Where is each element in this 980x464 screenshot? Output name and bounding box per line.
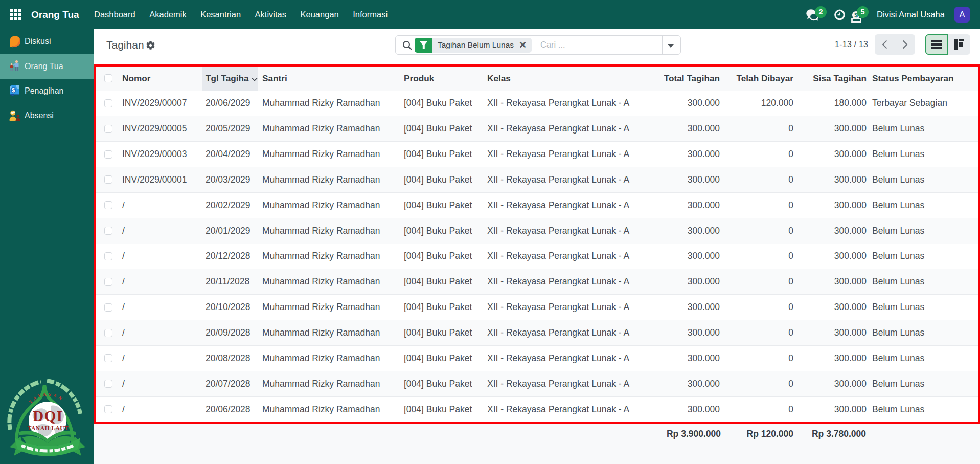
svg-text:$: $: [12, 87, 15, 93]
svg-text:DQI: DQI: [33, 408, 63, 424]
svg-text:TANAH LAUT: TANAH LAUT: [28, 425, 69, 431]
